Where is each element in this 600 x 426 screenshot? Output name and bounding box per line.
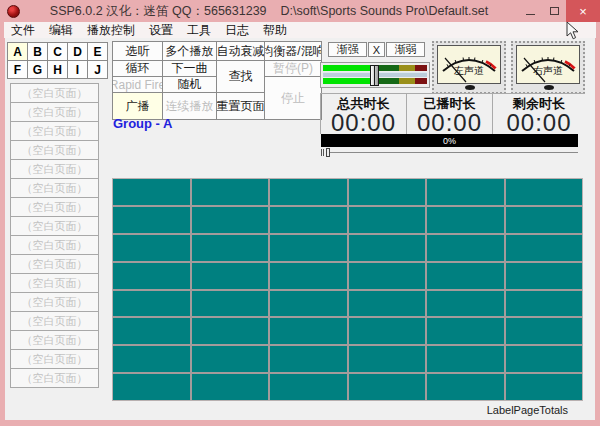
sound-cell[interactable]	[192, 346, 269, 372]
sound-cell[interactable]	[270, 207, 347, 233]
auto-fade-button[interactable]: 自动衰减	[217, 42, 264, 60]
blank-page-button[interactable]: （空白页面）	[10, 216, 99, 236]
blank-page-button[interactable]: （空白页面）	[10, 178, 99, 198]
sound-cell[interactable]	[506, 318, 583, 344]
sound-cell[interactable]	[506, 235, 583, 261]
sound-cell[interactable]	[192, 207, 269, 233]
close-button[interactable]: ×	[566, 0, 600, 22]
letter-button-J[interactable]: J	[88, 61, 107, 78]
sound-cell[interactable]	[506, 374, 583, 400]
maximize-button[interactable]	[542, 0, 566, 22]
menu-item-edit[interactable]: 编辑	[42, 21, 80, 40]
equalizer-reverb-button[interactable]: 均衡器/混响	[265, 42, 321, 60]
blank-page-button[interactable]: （空白页面）	[10, 140, 99, 160]
sound-cell[interactable]	[270, 235, 347, 261]
letter-button-I[interactable]: I	[68, 61, 87, 78]
slider-thumb[interactable]	[370, 65, 379, 86]
stop-button[interactable]: 停止	[265, 77, 321, 119]
rapid-fire-button[interactable]: Rapid Fire	[113, 77, 162, 92]
blank-page-button[interactable]: （空白页面）	[10, 235, 99, 255]
sound-cell[interactable]	[113, 263, 190, 289]
volume-balance-slider[interactable]	[320, 62, 430, 88]
sound-cell[interactable]	[113, 346, 190, 372]
blank-page-button[interactable]: （空白页面）	[10, 330, 99, 350]
sound-cell[interactable]	[113, 235, 190, 261]
random-button[interactable]: 随机	[163, 77, 216, 92]
sound-cell[interactable]	[349, 374, 426, 400]
letter-button-H[interactable]: H	[48, 61, 67, 78]
sound-cell[interactable]	[427, 235, 504, 261]
pause-button[interactable]: 暂停(P)	[265, 61, 321, 76]
sound-cell[interactable]	[113, 318, 190, 344]
blank-page-button[interactable]: （空白页面）	[10, 311, 99, 331]
blank-page-button[interactable]: （空白页面）	[10, 368, 99, 388]
sound-cell[interactable]	[113, 207, 190, 233]
letter-button-G[interactable]: G	[28, 61, 47, 78]
fade-in-button[interactable]: 渐强	[328, 42, 367, 57]
sound-cell[interactable]	[506, 291, 583, 317]
next-track-button[interactable]: 下一曲	[163, 61, 216, 76]
sound-cell[interactable]	[349, 263, 426, 289]
sound-cell[interactable]	[270, 346, 347, 372]
sound-cell[interactable]	[427, 207, 504, 233]
letter-button-D[interactable]: D	[68, 43, 87, 60]
audition-button[interactable]: 选听	[113, 42, 162, 60]
menu-item-log[interactable]: 日志	[218, 21, 256, 40]
sound-cell[interactable]	[349, 291, 426, 317]
sound-cell[interactable]	[192, 179, 269, 205]
sound-cell[interactable]	[349, 318, 426, 344]
sound-cell[interactable]	[192, 235, 269, 261]
multi-play-button[interactable]: 多个播放	[163, 42, 216, 60]
sound-cell[interactable]	[506, 263, 583, 289]
blank-page-button[interactable]: （空白页面）	[10, 159, 99, 179]
menu-item-tools[interactable]: 工具	[180, 21, 218, 40]
sound-cell[interactable]	[270, 291, 347, 317]
sound-cell[interactable]	[192, 318, 269, 344]
sound-cell[interactable]	[349, 346, 426, 372]
letter-button-F[interactable]: F	[8, 61, 27, 78]
blank-page-button[interactable]: （空白页面）	[10, 102, 99, 122]
seek-slider[interactable]	[321, 148, 578, 158]
blank-page-button[interactable]: （空白页面）	[10, 121, 99, 141]
blank-page-button[interactable]: （空白页面）	[10, 254, 99, 274]
blank-page-button[interactable]: （空白页面）	[10, 349, 99, 369]
sound-cell[interactable]	[113, 179, 190, 205]
sound-cell[interactable]	[192, 291, 269, 317]
menu-item-settings[interactable]: 设置	[142, 21, 180, 40]
sound-cell[interactable]	[113, 291, 190, 317]
sound-cell[interactable]	[270, 179, 347, 205]
menu-item-file[interactable]: 文件	[4, 21, 42, 40]
sound-cell[interactable]	[349, 235, 426, 261]
sound-cell[interactable]	[270, 374, 347, 400]
letter-button-B[interactable]: B	[28, 43, 47, 60]
sound-cell[interactable]	[349, 207, 426, 233]
letter-button-E[interactable]: E	[88, 43, 107, 60]
sound-cell[interactable]	[506, 179, 583, 205]
sound-cell[interactable]	[427, 263, 504, 289]
sound-cell[interactable]	[506, 207, 583, 233]
sound-cell[interactable]	[270, 263, 347, 289]
sound-cell[interactable]	[427, 179, 504, 205]
find-button[interactable]: 查找	[217, 61, 264, 92]
seek-thumb[interactable]	[326, 148, 330, 157]
reset-page-button[interactable]: 重置页面	[217, 93, 264, 119]
menu-item-help[interactable]: 帮助	[256, 21, 294, 40]
fade-out-button[interactable]: 渐弱	[386, 42, 425, 57]
letter-button-A[interactable]: A	[8, 43, 27, 60]
blank-page-button[interactable]: （空白页面）	[10, 83, 99, 103]
sound-cell[interactable]	[113, 374, 190, 400]
sound-cell[interactable]	[427, 374, 504, 400]
menu-item-playback-control[interactable]: 播放控制	[80, 21, 142, 40]
letter-button-C[interactable]: C	[48, 43, 67, 60]
sound-cell[interactable]	[349, 179, 426, 205]
blank-page-button[interactable]: （空白页面）	[10, 292, 99, 312]
sound-cell[interactable]	[427, 318, 504, 344]
fade-cancel-button[interactable]: X	[368, 42, 385, 57]
blank-page-button[interactable]: （空白页面）	[10, 273, 99, 293]
sound-cell[interactable]	[427, 291, 504, 317]
sound-cell[interactable]	[427, 346, 504, 372]
sound-cell[interactable]	[270, 318, 347, 344]
blank-page-button[interactable]: （空白页面）	[10, 197, 99, 217]
minimize-button[interactable]	[518, 0, 542, 22]
sound-cell[interactable]	[506, 346, 583, 372]
